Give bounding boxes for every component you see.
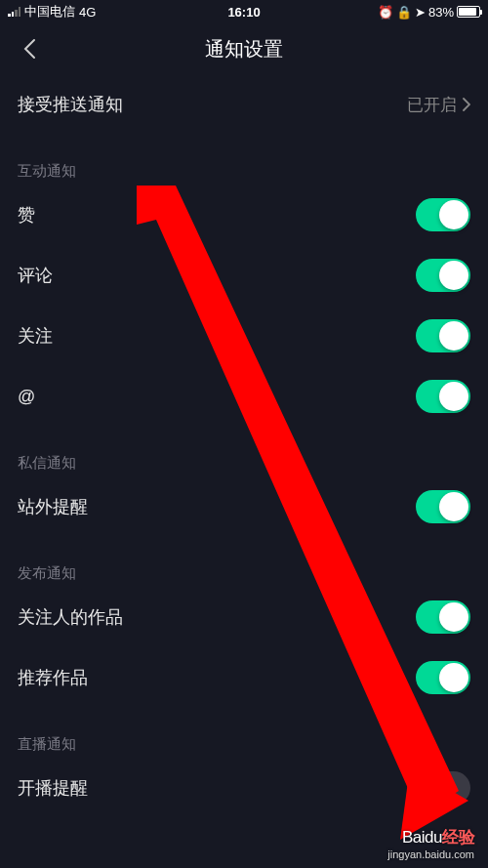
network-label: 4G <box>79 5 96 20</box>
like-row: 赞 <box>18 185 470 245</box>
nav-bar: 通知设置 <box>0 23 488 74</box>
watermark-url: jingyan.baidu.com <box>387 848 474 860</box>
comment-toggle[interactable] <box>416 259 470 292</box>
status-right: ⏰ 🔒 ➤ 83% <box>378 5 480 20</box>
live-start-label: 开播提醒 <box>18 776 88 800</box>
alarm-icon: ⏰ <box>378 5 393 20</box>
location-icon: ➤ <box>415 5 426 20</box>
live-start-toggle[interactable] <box>416 771 470 805</box>
follow-row: 关注 <box>18 306 470 366</box>
external-row: 站外提醒 <box>18 476 470 537</box>
like-toggle[interactable] <box>416 198 470 231</box>
battery-icon <box>457 6 480 18</box>
content: 接受推送通知 已开启 互动通知 赞 评论 关注 @ 私信通知 站外提醒 发布通知… <box>0 74 488 818</box>
lock-icon: 🔒 <box>396 5 412 20</box>
push-row[interactable]: 接受推送通知 已开启 <box>18 74 470 135</box>
mention-label: @ <box>18 387 35 407</box>
follow-toggle[interactable] <box>416 319 470 352</box>
mention-row: @ <box>18 366 470 427</box>
section-publish-header: 发布通知 <box>18 537 470 587</box>
status-left: 中国电信 4G <box>8 3 96 21</box>
like-label: 赞 <box>18 203 35 227</box>
followed-works-row: 关注人的作品 <box>18 587 470 647</box>
recommended-label: 推荐作品 <box>18 666 88 689</box>
followed-works-label: 关注人的作品 <box>18 605 123 629</box>
live-start-row: 开播提醒 <box>18 758 470 818</box>
section-dm-header: 私信通知 <box>18 427 470 476</box>
section-interaction-header: 互动通知 <box>18 135 470 185</box>
back-button[interactable] <box>15 34 44 63</box>
section-live-header: 直播通知 <box>18 708 470 758</box>
comment-row: 评论 <box>18 245 470 306</box>
chevron-left-icon <box>22 38 36 60</box>
push-value: 已开启 <box>407 94 470 116</box>
page-title: 通知设置 <box>205 36 283 62</box>
follow-label: 关注 <box>18 324 53 348</box>
battery-pct: 83% <box>428 5 454 20</box>
followed-works-toggle[interactable] <box>416 600 470 634</box>
carrier-label: 中国电信 <box>24 3 75 21</box>
recommended-row: 推荐作品 <box>18 647 470 708</box>
chevron-right-icon <box>463 98 470 111</box>
push-label: 接受推送通知 <box>18 93 123 116</box>
watermark: Baidu经验 jingyan.baidu.com <box>387 826 474 860</box>
status-bar: 中国电信 4G 16:10 ⏰ 🔒 ➤ 83% <box>0 0 488 23</box>
comment-label: 评论 <box>18 264 53 287</box>
external-label: 站外提醒 <box>18 495 88 518</box>
watermark-brand: Baidu经验 <box>387 826 474 848</box>
external-toggle[interactable] <box>416 490 470 523</box>
status-time: 16:10 <box>227 5 260 20</box>
signal-icon <box>8 7 20 17</box>
mention-toggle[interactable] <box>416 380 470 413</box>
recommended-toggle[interactable] <box>416 661 470 694</box>
